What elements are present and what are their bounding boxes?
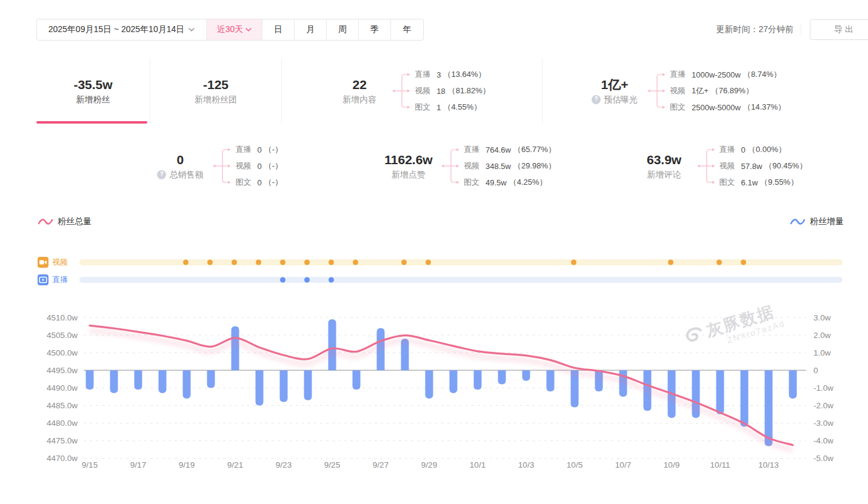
stat-card-新增评论[interactable]: 63.9w 新增评论 直播 0 （0.00%） 视频 57.8w （90.45%…	[604, 136, 841, 196]
left-axis-tick: 4495.0w	[47, 366, 78, 375]
x-axis-tick: 10/5	[567, 460, 583, 469]
period-tab-季[interactable]: 季	[359, 19, 391, 40]
video-post-dot[interactable]	[280, 260, 285, 265]
stat-label: ?总销售额	[157, 170, 203, 179]
increment-bar[interactable]	[450, 370, 458, 393]
increment-bar[interactable]	[304, 370, 312, 400]
increment-bar[interactable]	[474, 370, 482, 390]
increment-bar[interactable]	[232, 327, 239, 371]
video-post-dot[interactable]	[183, 260, 189, 265]
breakdown-percent: （8.74%）	[743, 69, 781, 80]
video-post-dot[interactable]	[571, 260, 576, 265]
increment-bar[interactable]	[498, 370, 506, 384]
video-post-dot[interactable]	[353, 260, 358, 265]
video-post-dot[interactable]	[668, 260, 673, 265]
live-session-dot[interactable]	[280, 277, 285, 283]
breakdown-value: 0	[741, 145, 746, 154]
breakdown-percent: （4.55%）	[443, 102, 481, 113]
stat-value: 1162.6w	[384, 153, 432, 166]
breakdown-value: 0	[257, 162, 261, 171]
increment-bar[interactable]	[522, 370, 530, 381]
increment-bar[interactable]	[256, 370, 264, 405]
stat-card-新增粉丝[interactable]: -35.5w 新增粉丝	[36, 58, 150, 124]
breakdown-row: 直播 0 （-）	[235, 142, 282, 158]
breakdown-row: 图文 49.5w （4.25%）	[464, 174, 556, 191]
right-axis-tick: -1.0w	[813, 383, 833, 393]
stat-value: -35.5w	[73, 78, 112, 91]
x-axis-tick: 10/1	[470, 460, 486, 469]
increment-bar[interactable]	[765, 370, 773, 446]
breakdown-label: 图文	[415, 102, 430, 113]
video-post-dot[interactable]	[207, 260, 213, 265]
breakdown-label: 视频	[235, 161, 251, 171]
period-tab-周[interactable]: 周	[327, 19, 359, 40]
x-axis-tick: 10/11	[710, 460, 730, 469]
increment-bar[interactable]	[280, 370, 288, 402]
stat-card-新增点赞[interactable]: 1162.6w 新增点赞 直播 764.6w （65.77%） 视频 348.5…	[338, 136, 600, 196]
video-post-dot[interactable]	[256, 260, 261, 265]
legend-fan-increment[interactable]: 粉丝增量	[790, 216, 844, 228]
increment-bar[interactable]	[353, 370, 361, 390]
total-fans-line[interactable]	[90, 325, 793, 445]
x-axis-tick: 9/19	[179, 460, 195, 469]
stat-card-预估曝光[interactable]: 1亿+ ?预估曝光 直播 1000w-2500w （8.74%） 视频 1亿+ …	[542, 58, 832, 124]
update-time: 更新时间：27分钟前	[716, 24, 793, 35]
breakdown-percent: （-）	[264, 161, 282, 171]
increment-bar[interactable]	[547, 370, 555, 391]
increment-bar[interactable]	[716, 370, 724, 414]
left-axis-tick: 4490.0w	[47, 383, 78, 393]
increment-bar[interactable]	[426, 370, 433, 399]
help-icon[interactable]: ?	[157, 170, 166, 179]
stat-main: 22 新增内容	[333, 78, 386, 104]
stat-card-新增粉丝团[interactable]: -125 新增粉丝团	[150, 58, 282, 124]
breakdown-percent: （-）	[264, 144, 282, 155]
video-post-dot[interactable]	[426, 260, 431, 265]
increment-bar[interactable]	[329, 319, 336, 370]
fan-analytics-dashboard: 2025年09月15日 ~ 2025年10月14日 近30天 日月周季年 更新时…	[0, 0, 868, 504]
increment-bar[interactable]	[159, 370, 167, 393]
video-post-dot[interactable]	[329, 260, 334, 265]
video-post-dot[interactable]	[741, 260, 746, 265]
video-post-dot[interactable]	[401, 260, 407, 265]
total-fans-line-glow	[90, 330, 793, 449]
breakdown-row: 视频 1亿+ （76.89%）	[670, 83, 786, 99]
right-axis-tick: 0	[813, 366, 818, 375]
quick-range-label: 近30天	[217, 24, 244, 35]
help-icon[interactable]: ?	[592, 95, 601, 104]
period-tab-月[interactable]: 月	[295, 19, 327, 40]
stat-card-新增内容[interactable]: 22 新增内容 直播 3 （13.64%） 视频 18 （81.82%）	[282, 58, 542, 124]
quick-range-button[interactable]: 近30天	[207, 19, 262, 40]
x-axis-tick: 10/13	[758, 460, 779, 469]
live-session-dot[interactable]	[329, 277, 334, 283]
left-axis-tick: 4510.0w	[47, 313, 78, 322]
timeline-视频: 视频	[36, 257, 868, 268]
video-camera-icon	[38, 257, 48, 268]
x-axis-tick: 10/7	[615, 460, 631, 469]
period-tab-日[interactable]: 日	[262, 19, 295, 40]
stat-card-总销售额[interactable]: 0 ?总销售额 直播 0 （-） 视频 0 （-） 图	[36, 136, 286, 196]
breakdown-label: 直播	[719, 144, 735, 155]
legend-total-fans[interactable]: 粉丝总量	[38, 216, 92, 228]
video-post-dot[interactable]	[716, 260, 722, 265]
period-tab-年[interactable]: 年	[391, 19, 423, 40]
increment-bar[interactable]	[741, 370, 749, 426]
fans-trend-chart[interactable]: 4510.0w3.0w4505.0w2.0w4500.0w1.0w4495.0w…	[36, 303, 868, 485]
breakdown-label: 直播	[235, 144, 251, 155]
video-post-dot[interactable]	[304, 260, 310, 265]
breakdown-value: 6.1w	[741, 178, 758, 187]
left-axis-tick: 4485.0w	[47, 401, 78, 410]
increment-bar[interactable]	[110, 370, 118, 393]
timeline-track	[79, 277, 843, 283]
increment-bar[interactable]	[86, 370, 94, 390]
stat-label: 新增粉丝团	[195, 95, 237, 104]
active-card-underline	[36, 121, 147, 124]
export-button[interactable]: 导出	[810, 19, 868, 40]
right-axis-tick: 1.0w	[813, 348, 831, 357]
increment-bar[interactable]	[789, 370, 797, 399]
date-range-picker[interactable]: 2025年09月15日 ~ 2025年10月14日	[37, 19, 207, 40]
increment-bar[interactable]	[183, 370, 191, 399]
increment-bar[interactable]	[207, 370, 215, 388]
increment-bar[interactable]	[135, 370, 142, 390]
live-session-dot[interactable]	[304, 277, 310, 283]
video-post-dot[interactable]	[232, 260, 237, 265]
